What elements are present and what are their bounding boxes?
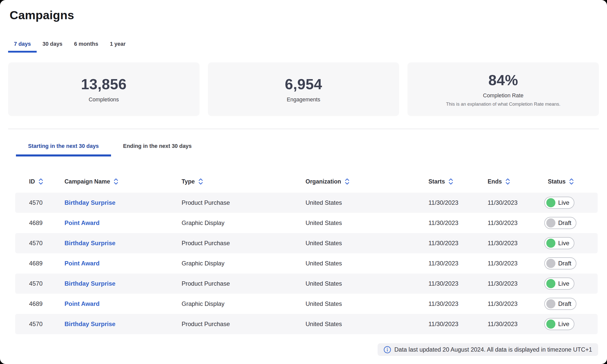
engagements-label: Engagements xyxy=(287,97,320,103)
campaign-starts: 11/30/2023 xyxy=(428,219,488,226)
column-header-starts[interactable]: Starts xyxy=(428,178,488,185)
column-header-ends[interactable]: Ends xyxy=(488,178,544,185)
campaign-type: Graphic Display xyxy=(182,260,306,267)
campaign-organization: United States xyxy=(306,240,428,247)
status-dot-icon xyxy=(546,239,555,248)
stat-card-engagements: 6,954 Engagements xyxy=(208,62,399,116)
campaign-ends: 11/30/2023 xyxy=(488,199,544,206)
column-label: Starts xyxy=(428,178,445,185)
campaign-name-link[interactable]: Birthday Surprise xyxy=(64,199,115,206)
sort-icon[interactable] xyxy=(38,178,43,185)
completion-rate-value: 84% xyxy=(488,72,518,88)
status-label: Draft xyxy=(558,219,571,226)
status-badge: Live xyxy=(544,237,574,249)
campaign-organization: United States xyxy=(306,199,428,206)
campaign-status-cell: Draft xyxy=(544,217,598,229)
period-tab-7-days[interactable]: 7 days xyxy=(8,39,37,53)
column-label: ID xyxy=(29,178,35,185)
page-title: Campaigns xyxy=(10,8,74,22)
column-header-id[interactable]: ID xyxy=(15,178,64,185)
completions-label: Completions xyxy=(89,97,119,103)
table-row: 4570 Birthday Surprise Product Purchase … xyxy=(15,274,598,294)
campaign-starts: 11/30/2023 xyxy=(428,240,488,247)
data-updated-text: Data last updated 20 August 2024. All da… xyxy=(394,346,592,353)
status-badge: Draft xyxy=(544,257,576,269)
period-tabs: 7 days 30 days 6 months 1 year xyxy=(8,39,132,53)
campaign-name-cell: Point Award xyxy=(64,260,182,267)
status-dot-icon xyxy=(546,320,555,329)
campaign-name-cell: Point Award xyxy=(64,219,182,226)
sort-icon[interactable] xyxy=(345,178,350,185)
sort-icon[interactable] xyxy=(114,178,118,185)
status-dot-icon xyxy=(546,218,555,228)
table-header: ID Campaign Name Type Organization Start… xyxy=(15,174,598,189)
period-tab-30-days[interactable]: 30 days xyxy=(37,39,68,53)
campaign-name-cell: Birthday Surprise xyxy=(64,240,182,247)
campaign-name-link[interactable]: Point Award xyxy=(64,260,100,267)
tab-ending-next-30-days[interactable]: Ending in the next 30 days xyxy=(111,141,204,156)
campaign-starts: 11/30/2023 xyxy=(428,280,488,287)
campaigns-table: ID Campaign Name Type Organization Start… xyxy=(15,174,598,334)
column-header-organization[interactable]: Organization xyxy=(306,178,428,185)
table-row: 4689 Point Award Graphic Display United … xyxy=(15,253,598,274)
campaign-ends: 11/30/2023 xyxy=(488,280,544,287)
campaign-name-link[interactable]: Point Award xyxy=(64,219,100,226)
status-label: Live xyxy=(558,280,569,287)
status-dot-icon xyxy=(546,279,555,288)
column-label: Status xyxy=(548,178,566,185)
campaign-name-cell: Birthday Surprise xyxy=(64,199,182,206)
column-header-campaign-name[interactable]: Campaign Name xyxy=(64,178,182,185)
status-label: Live xyxy=(558,321,569,328)
campaign-id: 4689 xyxy=(15,300,64,307)
campaign-name-cell: Birthday Surprise xyxy=(64,321,182,328)
campaign-id: 4570 xyxy=(15,321,64,328)
campaign-status-cell: Live xyxy=(544,237,598,249)
campaign-status-cell: Live xyxy=(544,197,598,209)
campaign-organization: United States xyxy=(306,219,428,226)
campaign-name-link[interactable]: Birthday Surprise xyxy=(64,240,115,246)
campaign-organization: United States xyxy=(306,260,428,267)
sort-icon[interactable] xyxy=(448,178,453,185)
table-row: 4570 Birthday Surprise Product Purchase … xyxy=(15,314,598,334)
campaign-name-cell: Birthday Surprise xyxy=(64,280,182,287)
column-header-status[interactable]: Status xyxy=(544,178,598,185)
tab-starting-next-30-days[interactable]: Starting in the next 30 days xyxy=(16,141,111,156)
campaign-status-cell: Draft xyxy=(544,298,598,310)
campaign-name-link[interactable]: Point Award xyxy=(64,300,100,307)
status-label: Draft xyxy=(558,300,571,307)
campaign-id: 4689 xyxy=(15,260,64,267)
sort-icon[interactable] xyxy=(569,178,574,185)
period-tab-1-year[interactable]: 1 year xyxy=(104,39,131,53)
status-badge: Live xyxy=(544,197,574,209)
period-tab-6-months[interactable]: 6 months xyxy=(68,39,104,53)
completions-value: 13,856 xyxy=(81,76,126,93)
column-header-type[interactable]: Type xyxy=(182,178,306,185)
campaign-name-link[interactable]: Birthday Surprise xyxy=(64,321,115,327)
campaign-type: Graphic Display xyxy=(182,300,306,307)
campaign-type: Product Purchase xyxy=(182,240,306,247)
stat-cards: 13,856 Completions 6,954 Engagements 84%… xyxy=(8,62,599,116)
campaign-name-link[interactable]: Birthday Surprise xyxy=(64,280,115,287)
data-updated-note: Data last updated 20 August 2024. All da… xyxy=(378,343,598,356)
column-label: Type xyxy=(182,178,195,185)
sort-icon[interactable] xyxy=(198,178,203,185)
status-label: Draft xyxy=(558,260,571,267)
campaign-starts: 11/30/2023 xyxy=(428,260,488,267)
info-icon[interactable] xyxy=(384,346,391,353)
table-body: 4570 Birthday Surprise Product Purchase … xyxy=(15,193,598,334)
campaign-id: 4570 xyxy=(15,199,64,206)
status-badge: Live xyxy=(544,318,574,330)
campaign-name-cell: Point Award xyxy=(64,300,182,307)
campaign-list-tabs: Starting in the next 30 days Ending in t… xyxy=(16,141,204,156)
campaign-starts: 11/30/2023 xyxy=(428,199,488,206)
sort-icon[interactable] xyxy=(505,178,510,185)
campaign-ends: 11/30/2023 xyxy=(488,240,544,247)
campaign-type: Graphic Display xyxy=(182,219,306,226)
stat-card-completions: 13,856 Completions xyxy=(8,62,200,116)
engagements-value: 6,954 xyxy=(285,76,322,93)
campaign-starts: 11/30/2023 xyxy=(428,321,488,328)
completion-rate-label: Completion Rate xyxy=(483,93,524,99)
campaign-ends: 11/30/2023 xyxy=(488,260,544,267)
status-label: Live xyxy=(558,199,569,206)
campaign-status-cell: Live xyxy=(544,278,598,290)
